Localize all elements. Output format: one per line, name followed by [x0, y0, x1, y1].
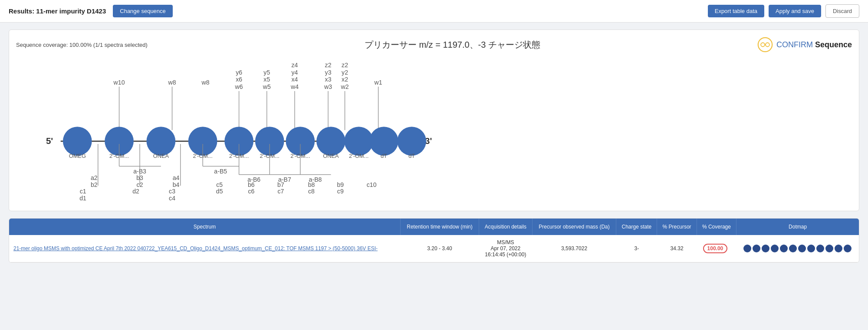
svg-text:y4: y4: [292, 69, 298, 76]
cell-precursor-mass: 3,593.7022: [532, 235, 616, 262]
svg-text:x2: x2: [342, 76, 348, 83]
svg-text:c1: c1: [80, 188, 86, 195]
svg-text:z2: z2: [342, 62, 348, 69]
svg-text:b8: b8: [308, 181, 315, 188]
cell-spectrum: 21-mer oligo MSMS with optimized CE Apri…: [9, 235, 401, 262]
svg-point-41: [146, 127, 175, 156]
svg-text:c7: c7: [277, 188, 284, 195]
svg-text:b2: b2: [91, 181, 98, 188]
col-precursor-mass: Precursor observed mass (Da): [532, 219, 616, 235]
sequence-svg: w10 w8 w8 y6 x6 w6 y5 x5 w5 z4 y4: [16, 58, 852, 203]
coverage-badge: 100.00: [703, 244, 728, 253]
dot-12: [844, 245, 852, 252]
svg-text:5': 5': [46, 136, 53, 146]
page-header: Results: 11-mer impurity D1423 Change se…: [0, 0, 868, 23]
header-left: Results: 11-mer impurity D1423 Change se…: [9, 5, 173, 17]
col-dotmap: Dotmap: [736, 219, 859, 235]
svg-text:z4: z4: [292, 62, 298, 69]
svg-point-37: [63, 127, 92, 156]
svg-text:c4: c4: [169, 195, 175, 202]
svg-text:w3: w3: [324, 83, 332, 90]
svg-text:y6: y6: [236, 69, 242, 76]
svg-text:ONEA: ONEA: [153, 153, 169, 159]
cell-charge-state: 3-: [616, 235, 657, 262]
svg-text:dT: dT: [381, 153, 387, 159]
spectrum-link[interactable]: 21-mer oligo MSMS with optimized CE Apri…: [13, 245, 378, 252]
svg-point-55: [369, 127, 398, 156]
dot-3: [762, 245, 769, 252]
svg-text:y5: y5: [263, 69, 270, 76]
logo-confirm: CONFIRM: [776, 40, 813, 49]
col-charge-state: Charge state: [616, 219, 657, 235]
svg-point-1: [761, 43, 765, 47]
logo-sequence: Sequence: [815, 40, 852, 49]
svg-text:w6: w6: [235, 83, 243, 90]
svg-text:w2: w2: [341, 83, 349, 90]
dot-9: [816, 245, 824, 252]
cell-retention-time: 3.20 - 3.40: [401, 235, 479, 262]
svg-text:d1: d1: [79, 195, 86, 202]
svg-text:w1: w1: [374, 79, 382, 86]
dot-10: [825, 245, 833, 252]
svg-text:c5: c5: [216, 181, 223, 188]
change-sequence-button[interactable]: Change sequence: [113, 5, 173, 17]
svg-point-57: [397, 127, 426, 156]
discard-button[interactable]: Discard: [825, 4, 859, 18]
cell-precursor-pct: 34.32: [657, 235, 697, 262]
svg-text:y3: y3: [325, 69, 332, 76]
svg-text:b3: b3: [136, 174, 143, 181]
svg-text:x3: x3: [325, 76, 332, 83]
svg-text:2'-OM...: 2'-OM...: [349, 153, 368, 159]
svg-text:y2: y2: [342, 69, 348, 76]
coverage-text: Sequence coverage: 100.00% (1/1 spectra …: [16, 42, 148, 48]
logo-label: CONFIRM Sequence: [776, 40, 852, 49]
sequence-panel: Sequence coverage: 100.00% (1/1 spectra …: [9, 29, 859, 211]
svg-text:z2: z2: [325, 62, 332, 69]
logo-area: CONFIRM Sequence: [757, 37, 852, 52]
table-row: 21-mer oligo MSMS with optimized CE Apri…: [9, 235, 859, 262]
svg-text:w4: w4: [290, 83, 299, 90]
col-retention-time: Retention time window (min): [401, 219, 479, 235]
col-spectrum: Spectrum: [9, 219, 401, 235]
cell-dotmap: [736, 235, 859, 262]
col-precursor-pct: % Precursor: [657, 219, 697, 235]
export-table-button[interactable]: Export table data: [708, 5, 764, 17]
col-acquisition: Acquisition details: [479, 219, 532, 235]
svg-text:c2: c2: [137, 181, 143, 188]
header-right: Export table data Apply and save Discard: [708, 4, 859, 18]
dot-6: [789, 245, 797, 252]
results-table: Spectrum Retention time window (min) Acq…: [9, 219, 859, 262]
apply-save-button[interactable]: Apply and save: [769, 5, 821, 17]
dot-1: [743, 245, 751, 252]
dot-4: [771, 245, 779, 252]
svg-text:c3: c3: [169, 188, 175, 195]
page-title: Results: 11-mer impurity D1423: [9, 7, 106, 15]
sequence-diagram: w10 w8 w8 y6 x6 w6 y5 x5 w5 z4 y4: [16, 58, 852, 204]
col-coverage-pct: % Coverage: [697, 219, 736, 235]
precursor-title: プリカーサー m/z = 1197.0、-3 チャージ状態: [148, 39, 757, 51]
svg-point-53: [344, 127, 373, 156]
svg-text:a4: a4: [173, 174, 180, 181]
svg-point-51: [316, 127, 345, 156]
dot-8: [807, 245, 815, 252]
dot-11: [835, 245, 842, 252]
dotmap-container: [741, 245, 855, 252]
cell-acquisition: MS/MS Apr 07, 2022 16:14:45 (+00:00): [479, 235, 532, 262]
svg-text:w8: w8: [201, 79, 210, 86]
svg-text:a2: a2: [91, 174, 98, 181]
svg-text:w5: w5: [263, 83, 271, 90]
svg-text:OMEG: OMEG: [69, 153, 86, 159]
results-table-container: Spectrum Retention time window (min) Acq…: [9, 218, 859, 263]
table-header-row: Spectrum Retention time window (min) Acq…: [9, 219, 859, 235]
dot-5: [780, 245, 788, 252]
svg-point-2: [766, 43, 769, 47]
svg-text:a-B5: a-B5: [214, 168, 227, 175]
svg-text:x6: x6: [236, 76, 242, 83]
dot-7: [798, 245, 806, 252]
svg-text:ONEA: ONEA: [323, 153, 339, 159]
svg-text:dT: dT: [408, 153, 415, 159]
svg-text:w8: w8: [168, 79, 176, 86]
dot-2: [753, 245, 760, 252]
svg-text:c9: c9: [337, 188, 344, 195]
svg-text:d2: d2: [132, 188, 139, 195]
